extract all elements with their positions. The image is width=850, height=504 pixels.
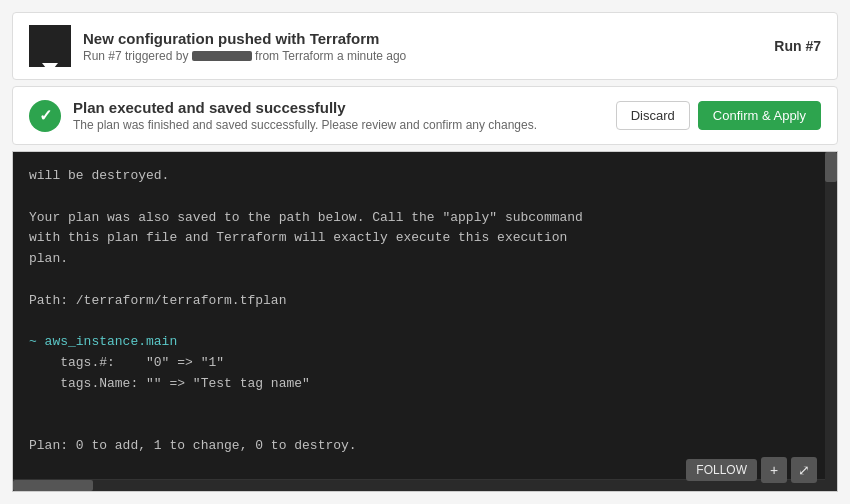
terminal-line: will be destroyed. bbox=[29, 166, 821, 187]
status-title: Plan executed and saved successfully bbox=[73, 99, 537, 116]
terminal-line: Your plan was also saved to the path bel… bbox=[29, 208, 821, 229]
status-bar: Plan executed and saved successfully The… bbox=[12, 86, 838, 145]
terminal-line: tags.#: "0" => "1" bbox=[29, 353, 821, 374]
h-scrollbar-thumb[interactable] bbox=[13, 480, 93, 491]
discard-button[interactable]: Discard bbox=[616, 101, 690, 130]
terminal-line: Path: /terraform/terraform.tfplan bbox=[29, 291, 821, 312]
terminal-blank-line bbox=[29, 395, 821, 416]
header-left: New configuration pushed with Terraform … bbox=[29, 25, 406, 67]
plus-button[interactable]: + bbox=[761, 457, 787, 483]
header-subtitle: Run #7 triggered by from Terraform a min… bbox=[83, 49, 406, 63]
terminal-blank-line bbox=[29, 187, 821, 208]
header-info: New configuration pushed with Terraform … bbox=[83, 30, 406, 63]
terraform-logo bbox=[29, 25, 71, 67]
terminal-blank-line bbox=[29, 312, 821, 333]
terminal-content[interactable]: will be destroyed.Your plan was also sav… bbox=[13, 152, 837, 479]
terminal-line: ~ aws_instance.main bbox=[29, 332, 821, 353]
terminal-blank-line bbox=[29, 416, 821, 437]
terminal-bottom-bar: FOLLOW + ⤢ bbox=[686, 457, 817, 483]
follow-button[interactable]: FOLLOW bbox=[686, 459, 757, 481]
terminal-line: tags.Name: "" => "Test tag name" bbox=[29, 374, 821, 395]
run-badge: Run #7 bbox=[774, 38, 821, 54]
terminal-wrapper: will be destroyed.Your plan was also sav… bbox=[12, 151, 838, 492]
redacted-user bbox=[192, 51, 252, 61]
vertical-scrollbar[interactable] bbox=[825, 152, 837, 491]
terminal-line: plan. bbox=[29, 249, 821, 270]
page-wrapper: New configuration pushed with Terraform … bbox=[0, 0, 850, 504]
status-actions: Discard Confirm & Apply bbox=[616, 101, 821, 130]
status-info: Plan executed and saved successfully The… bbox=[73, 99, 537, 132]
status-left: Plan executed and saved successfully The… bbox=[29, 99, 537, 132]
subtitle-suffix: from Terraform a minute ago bbox=[255, 49, 406, 63]
subtitle-prefix: Run #7 triggered by bbox=[83, 49, 188, 63]
success-check-icon bbox=[29, 100, 61, 132]
terminal-blank-line bbox=[29, 270, 821, 291]
header-card: New configuration pushed with Terraform … bbox=[12, 12, 838, 80]
terminal-line: Plan: 0 to add, 1 to change, 0 to destro… bbox=[29, 436, 821, 457]
status-description: The plan was finished and saved successf… bbox=[73, 118, 537, 132]
header-title: New configuration pushed with Terraform bbox=[83, 30, 406, 47]
v-scrollbar-thumb[interactable] bbox=[825, 152, 837, 182]
terminal-line: with this plan file and Terraform will e… bbox=[29, 228, 821, 249]
expand-button[interactable]: ⤢ bbox=[791, 457, 817, 483]
confirm-apply-button[interactable]: Confirm & Apply bbox=[698, 101, 821, 130]
